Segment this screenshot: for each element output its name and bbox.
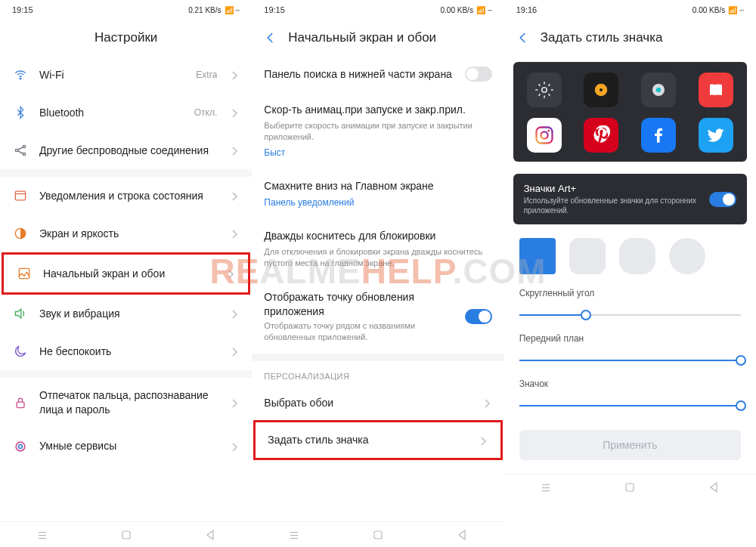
divider: [0, 169, 252, 177]
page-title: Задать стиль значка: [541, 30, 663, 45]
toggle-update-dot[interactable]: [465, 309, 492, 324]
svg-point-1: [15, 149, 17, 151]
wallpaper-icon: [16, 265, 33, 282]
row-label: Задать стиль значка: [268, 433, 469, 447]
nav-recents[interactable]: [539, 481, 553, 494]
svg-point-24: [541, 131, 547, 138]
status-right: 0.00 KB/s 📶 ⎓: [441, 6, 492, 14]
app-tile-instagram: [527, 118, 562, 153]
back-button[interactable]: [264, 31, 277, 45]
row-label: Скор-ть анимац.при запуске и закр.прил.: [264, 103, 466, 117]
nav-recents[interactable]: [36, 528, 49, 542]
options-list: Панель поиска в нижней части экрана Скор…: [252, 56, 503, 521]
row-label: Начальный экран и обои: [43, 267, 218, 281]
chevron-right-icon: [232, 147, 240, 154]
artplus-sub: Используйте обновленные значки для сторо…: [524, 196, 702, 215]
status-time: 19:15: [264, 5, 285, 14]
app-tile-camera: [641, 73, 676, 107]
status-bar: 19:15 0.21 KB/s 📶 ⎓: [0, 0, 252, 20]
svg-point-20: [600, 88, 603, 91]
status-bar: 19:15 0.00 KB/s 📶 ⎓: [252, 0, 503, 20]
row-link: Панель уведомлений: [264, 197, 354, 208]
nav-home[interactable]: [119, 528, 133, 542]
slider-label: Передний план: [519, 333, 741, 344]
nav-back[interactable]: [707, 481, 720, 494]
chevron-right-icon: [232, 230, 240, 237]
status-time: 19:16: [516, 5, 538, 14]
svg-rect-29: [626, 484, 634, 491]
row-swipe-down[interactable]: Смахните вниз на Главном экране Панель у…: [252, 168, 503, 219]
shape-rounded[interactable]: [569, 238, 606, 274]
back-button[interactable]: [516, 31, 530, 45]
artplus-card: Значки Art+ Используйте обновленные знач…: [513, 174, 747, 224]
row-label: Звук и вибрация: [39, 307, 222, 321]
row-search-panel[interactable]: Панель поиска в нижней части экрана: [252, 56, 503, 92]
chevron-right-icon: [481, 437, 488, 444]
nav-back[interactable]: [203, 528, 217, 542]
row-wifi[interactable]: Wi-Fi Extra: [0, 56, 252, 94]
chevron-right-icon: [232, 310, 240, 317]
svg-rect-13: [122, 531, 130, 539]
page-title: Настройки: [94, 30, 157, 45]
page-title: Начальный экран и обои: [288, 30, 436, 45]
notification-icon: [12, 187, 29, 204]
svg-point-18: [541, 88, 547, 93]
svg-rect-4: [15, 191, 25, 200]
row-dnd[interactable]: Не беспокоить: [0, 332, 252, 370]
svg-point-25: [547, 130, 550, 132]
row-icon-style[interactable]: Задать стиль значка: [253, 420, 502, 460]
nav-back[interactable]: [455, 528, 469, 542]
app-tile-music: [584, 73, 618, 107]
row-label: Выбрать обои: [264, 396, 473, 410]
row-display[interactable]: Экран и яркость: [0, 215, 252, 252]
svg-rect-16: [290, 538, 298, 539]
slider-foreground: Передний план: [504, 326, 756, 371]
nav-recents[interactable]: [287, 528, 301, 542]
ring-icon: [12, 438, 29, 455]
sound-icon: [12, 305, 29, 322]
slider-corner: Скругленный угол: [504, 280, 756, 326]
row-security[interactable]: Отпечаток пальца, распознавание лица и п…: [0, 378, 252, 428]
brightness-icon: [12, 225, 29, 242]
status-right: 0.00 KB/s 📶 ⎓: [692, 6, 744, 14]
app-tile-pinterest: [584, 118, 618, 153]
nav-home[interactable]: [371, 528, 385, 542]
apply-button[interactable]: Применить: [519, 430, 741, 460]
row-other-wireless[interactable]: Другие беспроводные соединения: [0, 131, 252, 169]
chevron-right-icon: [232, 109, 240, 116]
nav-home[interactable]: [623, 481, 637, 494]
svg-point-0: [20, 78, 21, 79]
row-label: Отображать точку обновления приложения: [264, 290, 454, 319]
row-home-wallpaper[interactable]: Начальный экран и обои: [2, 252, 250, 295]
icon-preview: [513, 62, 747, 162]
status-time: 19:15: [12, 5, 33, 14]
slider-track-foreground[interactable]: [519, 351, 741, 369]
toggle-search-panel[interactable]: [465, 66, 492, 82]
row-label: Bluetooth: [39, 106, 184, 120]
nav-bar: [0, 521, 252, 547]
row-sub: Выберите скорость анимации при запуске и…: [264, 120, 491, 143]
shape-selector: [504, 224, 756, 280]
chevron-right-icon: [232, 348, 240, 355]
shape-circle[interactable]: [669, 238, 705, 274]
app-tile-facebook: [641, 118, 676, 153]
row-double-tap-lock[interactable]: Дважды коснитесь для блокировки Для откл…: [252, 218, 503, 280]
chevron-right-icon: [228, 270, 236, 277]
row-smart-services[interactable]: Умные сервисы: [0, 428, 252, 465]
row-update-dot[interactable]: Отображать точку обновления приложения О…: [252, 280, 503, 353]
row-choose-wallpaper[interactable]: Выбрать обои: [252, 385, 503, 421]
slider-track-corner[interactable]: [519, 306, 741, 324]
svg-rect-15: [290, 535, 298, 536]
row-animation-speed[interactable]: Скор-ть анимац.при запуске и закр.прил. …: [252, 92, 503, 168]
svg-point-3: [23, 153, 25, 155]
chevron-right-icon: [232, 71, 240, 79]
svg-rect-14: [290, 532, 298, 533]
svg-rect-28: [542, 490, 550, 491]
shape-rounder[interactable]: [619, 238, 655, 274]
row-bluetooth[interactable]: Bluetooth Откл.: [0, 94, 252, 131]
slider-track-icon[interactable]: [519, 397, 741, 415]
row-sound[interactable]: Звук и вибрация: [0, 295, 252, 332]
shape-square[interactable]: [519, 238, 556, 274]
row-notifications[interactable]: Уведомления и строка состояния: [0, 177, 252, 215]
toggle-artplus[interactable]: [709, 192, 736, 207]
